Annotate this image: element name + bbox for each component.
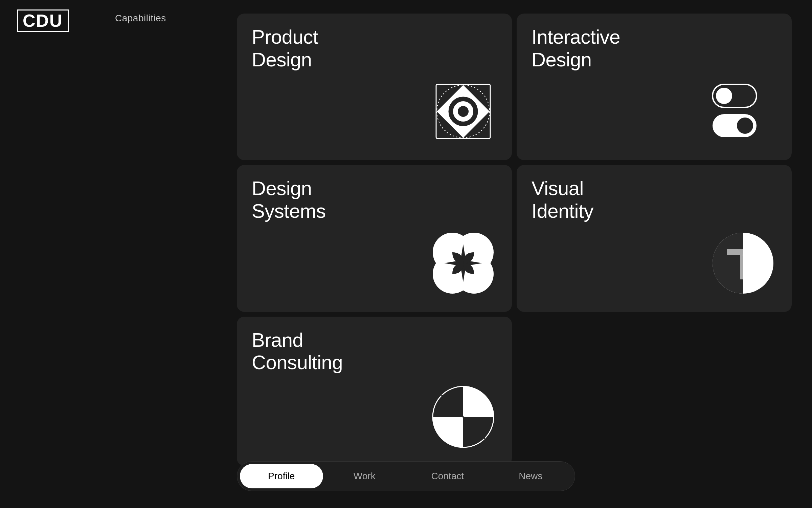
svg-rect-22 (740, 255, 743, 279)
nav-contact-label: Contact (431, 471, 464, 482)
nav-item-news[interactable]: News (489, 464, 572, 488)
typography-t-icon (709, 229, 777, 297)
svg-rect-21 (727, 249, 743, 255)
logo-text: CDU (23, 11, 63, 30)
svg-point-8 (458, 106, 469, 117)
card-design-systems[interactable]: DesignSystems (237, 165, 512, 312)
toggle-switches-icon (709, 78, 777, 145)
card-design-systems-title: DesignSystems (252, 177, 497, 222)
nav-item-contact[interactable]: Contact (406, 464, 489, 488)
card-brand-consulting-title: BrandConsulting (252, 329, 497, 374)
card-brand-consulting-icon (252, 374, 497, 451)
card-product-design[interactable]: ProductDesign (237, 14, 512, 160)
nav-item-profile[interactable]: Profile (240, 464, 323, 488)
card-product-design-title: ProductDesign (252, 26, 497, 71)
bottom-nav: Profile Work Contact News (237, 461, 575, 491)
card-design-systems-icon (252, 223, 497, 297)
diagonal-split-circle-icon (429, 383, 497, 451)
logo[interactable]: CDU (17, 9, 69, 32)
card-visual-identity[interactable]: VisualIdentity (517, 165, 792, 312)
card-visual-identity-title: VisualIdentity (532, 177, 777, 222)
capabilities-grid: ProductDesign (230, 7, 798, 472)
card-interactive-design-icon (532, 71, 777, 145)
four-circles-star-icon (429, 229, 497, 297)
svg-point-13 (737, 118, 753, 134)
nav-news-label: News (519, 471, 542, 482)
card-interactive-design[interactable]: InteractiveDesign (517, 14, 792, 160)
nav-item-work[interactable]: Work (323, 464, 406, 488)
svg-point-11 (716, 88, 732, 104)
card-visual-identity-icon (532, 223, 777, 297)
capabilities-label: Capabilities (115, 13, 166, 24)
card-product-design-icon (252, 71, 497, 145)
concentric-squares-circle-icon (429, 78, 497, 145)
nav-work-label: Work (354, 471, 376, 482)
nav-profile-label: Profile (268, 471, 295, 482)
card-interactive-design-title: InteractiveDesign (532, 26, 777, 71)
card-brand-consulting[interactable]: BrandConsulting (237, 317, 512, 466)
